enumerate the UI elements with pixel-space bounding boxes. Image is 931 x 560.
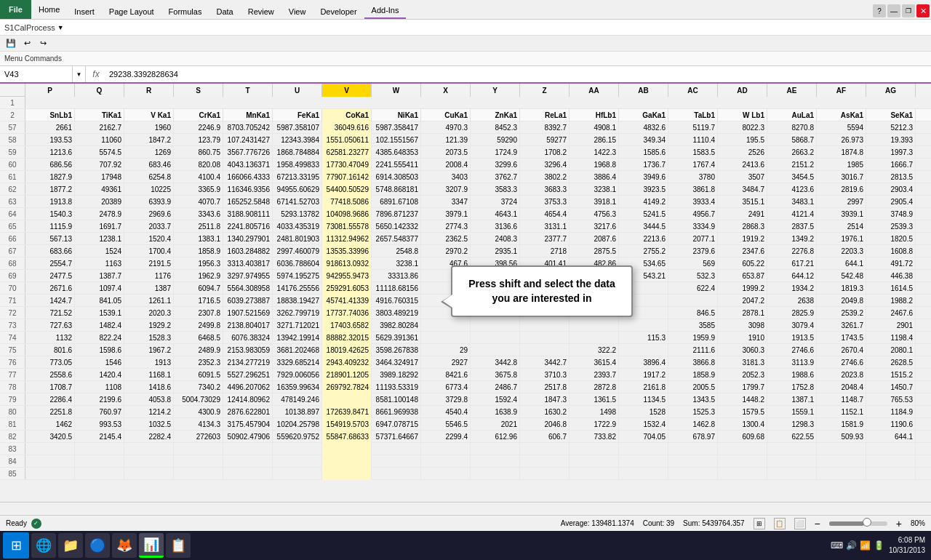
cell-60-AH[interactable]: 1448.5 [916, 159, 931, 171]
cell-69-Q[interactable]: 1387.7 [75, 270, 124, 282]
cell-74-AA[interactable] [570, 332, 619, 344]
cell-84-U[interactable] [273, 455, 322, 468]
cell-85-AG[interactable] [866, 468, 916, 480]
cell-67-Q[interactable]: 1524 [75, 245, 124, 257]
cell-76-Q[interactable]: 1546 [75, 356, 124, 369]
cell-83-Q[interactable] [75, 443, 124, 455]
cell-71-AG[interactable]: 1988.2 [866, 295, 916, 307]
cell-61-X[interactable]: 3403 [421, 171, 471, 183]
cell-73-AB[interactable] [619, 319, 668, 332]
cell-77-AE[interactable]: 1988.6 [767, 369, 817, 381]
cell-81-Y[interactable]: 2021 [471, 418, 520, 431]
cell-64-AH[interactable]: 2168.2 [916, 208, 931, 220]
cell-67-AD[interactable]: 2347.6 [718, 245, 767, 257]
cell-72-AF[interactable]: 2539.2 [817, 307, 866, 319]
tab-insert[interactable]: Insert [67, 4, 102, 19]
cell-64-AD[interactable]: 2491 [718, 208, 767, 220]
cell-74-AD[interactable]: 1910 [718, 332, 767, 344]
cell-73-R[interactable]: 1929.2 [124, 319, 174, 332]
cell-70-AH[interactable]: 1172.3 [916, 282, 931, 295]
cell-84-S[interactable] [174, 455, 223, 468]
cell-77-Q[interactable]: 1420.4 [75, 369, 124, 381]
tab-home[interactable]: Home [31, 0, 67, 19]
cell-78-AG[interactable]: 1450.7 [866, 381, 916, 393]
cell-78-Z[interactable]: 2517.8 [520, 381, 570, 393]
cell-75-U[interactable]: 3681.202468 [273, 344, 322, 356]
cell-64-AB[interactable]: 5241.5 [619, 208, 668, 220]
cell-67-P[interactable]: 683.66 [25, 245, 75, 257]
cell-73-AE[interactable]: 3079.4 [767, 319, 817, 332]
cell-75-Z[interactable] [520, 344, 570, 356]
cell-79-AE[interactable]: 1387.1 [767, 393, 817, 406]
cell-60-T[interactable]: 4043.136371 [223, 159, 273, 171]
cell-61-AD[interactable]: 3507 [718, 171, 767, 183]
cell-81-AH[interactable]: 881.43 [916, 418, 931, 431]
cell-68-S[interactable]: 1956.3 [174, 257, 223, 270]
cell-60-U[interactable]: 1958.499833 [273, 159, 322, 171]
cell-66-P[interactable]: 567.13 [25, 233, 75, 245]
cell-58-AA[interactable]: 286.15 [570, 134, 619, 146]
cell-63-X[interactable]: 3347 [421, 196, 471, 208]
cell-84-X[interactable] [421, 455, 471, 468]
cell-83-AF[interactable] [817, 443, 866, 455]
cell-84-Z[interactable] [520, 455, 570, 468]
cell-78-AC[interactable]: 2005.5 [668, 381, 718, 393]
cell-59-S[interactable]: 860.75 [174, 146, 223, 159]
cell-62-Q[interactable]: 49361 [75, 183, 124, 196]
cell-65-V[interactable]: 73081.55578 [322, 220, 372, 233]
cell-64-V[interactable]: 104098.9686 [322, 208, 372, 220]
cell-76-AF[interactable]: 2746.6 [817, 356, 866, 369]
cell-75-P[interactable]: 801.6 [25, 344, 75, 356]
cell-67-AF[interactable]: 2203.3 [817, 245, 866, 257]
cell-60-AC[interactable]: 1767.4 [668, 159, 718, 171]
cell-67-Y[interactable]: 2935.1 [471, 245, 520, 257]
cell-63-AF[interactable]: 2997 [817, 196, 866, 208]
cell-72-AH[interactable]: 1946.1 [916, 307, 931, 319]
col-header-S[interactable]: S [174, 84, 223, 97]
cell-73-AD[interactable]: 3098 [718, 319, 767, 332]
cell-74-AE[interactable]: 1913.5 [767, 332, 817, 344]
cell-64-T[interactable]: 3188.908111 [223, 208, 273, 220]
tab-formulas[interactable]: Formulas [161, 4, 209, 19]
cell-80-P[interactable]: 2251.8 [25, 406, 75, 418]
cell-78-AB[interactable]: 2161.8 [619, 381, 668, 393]
cell-74-AG[interactable]: 1198.4 [866, 332, 916, 344]
cell-60-R[interactable]: 683.46 [124, 159, 174, 171]
cell-62-T[interactable]: 116346.9356 [223, 183, 273, 196]
cell-57-AH[interactable]: 3950.1 [916, 121, 931, 134]
cell-67-Z[interactable]: 2718 [520, 245, 570, 257]
cell-66-AD[interactable]: 1919.2 [718, 233, 767, 245]
cell-79-AF[interactable]: 1148.7 [817, 393, 866, 406]
cell-61-Y[interactable]: 3762.7 [471, 171, 520, 183]
cell-82-R[interactable]: 2282.4 [124, 431, 174, 443]
cell-58-AE[interactable]: 5868.7 [767, 134, 817, 146]
cell-83-V[interactable] [322, 443, 372, 455]
cell-63-AG[interactable]: 2905.4 [866, 196, 916, 208]
cell-76-AE[interactable]: 3113.9 [767, 356, 817, 369]
cell-75-R[interactable]: 1967.2 [124, 344, 174, 356]
cell-72-P[interactable]: 721.52 [25, 307, 75, 319]
col-header-Z[interactable]: Z [520, 84, 570, 97]
cell-67-AG[interactable]: 1608.8 [866, 245, 916, 257]
cell-78-AA[interactable]: 2872.8 [570, 381, 619, 393]
col-header-AE[interactable]: AE [767, 84, 817, 97]
cell-84-AD[interactable] [718, 455, 767, 468]
cell-68-Q[interactable]: 1163 [75, 257, 124, 270]
cell-80-T[interactable]: 2876.622801 [223, 406, 273, 418]
cell-69-AF[interactable]: 542.48 [817, 270, 866, 282]
cell-70-AG[interactable]: 1614.5 [866, 282, 916, 295]
cell-70-AD[interactable]: 1999.2 [718, 282, 767, 295]
cell-82-S[interactable]: 272603 [174, 431, 223, 443]
taskbar-ie-icon[interactable]: 🌐 [31, 533, 56, 558]
cell-71-P[interactable]: 1424.7 [25, 295, 75, 307]
col-header-U[interactable]: U [273, 84, 322, 97]
cell-2-Y[interactable]: ZnKa1 [471, 109, 520, 121]
cell-83-AA[interactable] [570, 443, 619, 455]
cell-82-W[interactable]: 57371.64667 [372, 431, 421, 443]
cell-81-T[interactable]: 3175.457904 [223, 418, 273, 431]
cell-67-AA[interactable]: 2875.5 [570, 245, 619, 257]
cell-64-X[interactable]: 3979.1 [421, 208, 471, 220]
cell-60-P[interactable]: 686.56 [25, 159, 75, 171]
col-header-X[interactable]: X [421, 84, 471, 97]
cell-62-R[interactable]: 10225 [124, 183, 174, 196]
